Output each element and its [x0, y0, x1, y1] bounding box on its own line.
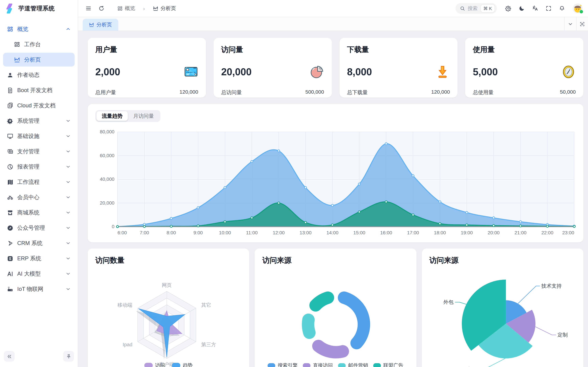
legend-item-访问[interactable]: 访问 — [144, 362, 165, 367]
notifications-bell-icon[interactable] — [556, 3, 568, 14]
sidebar-subitem-label: 分析页 — [24, 56, 71, 63]
legend-swatch — [338, 363, 346, 367]
collapse-sidebar-button[interactable] — [4, 351, 15, 362]
card-title: 访问数量 — [95, 255, 242, 265]
sidebar-item-13[interactable]: ERP 系统 — [3, 252, 75, 265]
sidebar-item-3[interactable]: Cloud 开发文档 — [3, 99, 75, 112]
stat-card-footer-value: 500,000 — [305, 89, 324, 96]
svg-text:7:00: 7:00 — [140, 230, 149, 235]
pin-sidebar-button[interactable] — [63, 351, 74, 362]
workflow-icon — [7, 179, 13, 185]
sidebar-item-label: IoT 物联网 — [17, 285, 61, 293]
sidebar-subitem-工作台[interactable]: 工作台 — [3, 38, 75, 51]
svg-text:外包: 外包 — [443, 299, 453, 305]
sidebar-item-14[interactable]: AI 大模型 — [3, 267, 75, 281]
chevron-down-icon — [66, 179, 71, 185]
legend-label: 联盟广告 — [383, 362, 403, 367]
traffic-trend-chart: 020,00040,00060,00080,0006:007:008:009:0… — [95, 126, 576, 237]
hamburger-menu-icon[interactable] — [83, 3, 94, 14]
svg-text:21:00: 21:00 — [515, 230, 527, 235]
tab-strip: 分析页 — [78, 17, 588, 31]
sidebar-item-label: 支付管理 — [17, 148, 61, 155]
legend-swatch — [373, 363, 381, 367]
legend-label: 搜索引擎 — [278, 362, 298, 367]
topbar-actions: 搜索 ⌘ K — [456, 3, 583, 14]
stat-card-value: 8,000 — [347, 66, 372, 78]
svg-text:8:00: 8:00 — [167, 230, 176, 235]
svg-text:第三方: 第三方 — [201, 342, 216, 347]
card-title: 访问来源 — [429, 255, 576, 265]
sidebar-item-5[interactable]: 基础设施 — [3, 129, 75, 143]
workbench-icon — [14, 41, 20, 48]
svg-text:其它: 其它 — [201, 302, 211, 308]
sidebar-item-6[interactable]: 支付管理 — [3, 145, 75, 158]
refresh-icon[interactable] — [96, 3, 107, 14]
sidebar-item-11[interactable]: 公众号管理 — [3, 221, 75, 235]
search-input[interactable]: 搜索 ⌘ K — [456, 3, 497, 14]
stat-card-value: 2,000 — [95, 66, 120, 78]
legend-item-趋势[interactable]: 趋势 — [172, 362, 193, 367]
stat-card-footer-label: 总用户量 — [95, 89, 116, 96]
sidebar-menu: 概览工作台分析页作者动态Boot 开发文档Cloud 开发文档系统管理基础设施支… — [0, 17, 78, 348]
pie-icon — [7, 163, 13, 170]
sidebar-item-label: AI 大模型 — [17, 270, 61, 277]
user-avatar[interactable] — [573, 3, 583, 13]
dark-mode-moon-icon[interactable] — [516, 3, 527, 14]
sidebar-item-12[interactable]: CRM 系统 — [3, 236, 75, 250]
sidebar-item-0[interactable]: 概览 — [3, 22, 75, 36]
sidebar-item-10[interactable]: 商城系统 — [3, 206, 75, 219]
svg-text:定制: 定制 — [557, 332, 568, 338]
card-title: 访问来源 — [262, 255, 409, 265]
sidebar-item-15[interactable]: IoT 物联网 — [3, 282, 75, 296]
sidebar-item-8[interactable]: 工作流程 — [3, 175, 75, 189]
legend-item-搜索引擎[interactable]: 搜索引擎 — [268, 362, 298, 367]
sidebar-item-label: 基础设施 — [17, 133, 61, 140]
documents-icon — [7, 102, 13, 109]
svg-text:20:00: 20:00 — [488, 230, 500, 235]
user-icon — [7, 72, 13, 78]
sidebar-item-9[interactable]: 会员中心 — [3, 191, 75, 204]
tab-analysis-page[interactable]: 分析页 — [83, 19, 118, 31]
traffic-trend-card: 流量趋势月访问量 020,00040,00060,00080,0006:007:… — [88, 104, 583, 242]
svg-text:Ipad: Ipad — [123, 342, 132, 347]
sidebar-item-7[interactable]: 报表管理 — [3, 160, 75, 174]
sidebar-item-label: CRM 系统 — [17, 240, 61, 247]
stat-card-1: 访问量20,000%总访问量500,000 — [214, 38, 332, 98]
legend-item-直接访问[interactable]: 直接访问 — [303, 362, 333, 367]
page-content: 用户量2,000总用户量120,000访问量20,000%总访问量500,000… — [78, 31, 588, 367]
sidebar-item-2[interactable]: Boot 开发文档 — [3, 83, 75, 97]
erp-icon — [7, 255, 13, 262]
sidebar-item-label: 概览 — [17, 25, 61, 33]
legend-item-联盟广告[interactable]: 联盟广告 — [373, 362, 403, 367]
chevron-down-icon — [66, 133, 71, 139]
wallet-icon — [7, 148, 13, 155]
svg-text:16:00: 16:00 — [380, 230, 392, 235]
sidebar-item-label: 会员中心 — [17, 194, 61, 201]
svg-text:12:00: 12:00 — [273, 230, 285, 235]
fullscreen-icon[interactable] — [543, 3, 554, 14]
logo-row[interactable]: 芋道管理系统 — [0, 0, 78, 17]
content-fullscreen-icon[interactable] — [576, 17, 588, 31]
trend-tab-0[interactable]: 流量趋势 — [96, 111, 128, 121]
app-logo-icon — [5, 3, 15, 14]
tab-strip-controls — [564, 17, 588, 31]
sidebar-item-4[interactable]: 系统管理 — [3, 114, 75, 128]
sidebar-item-label: Boot 开发文档 — [17, 87, 71, 94]
breadcrumb-item-analysis[interactable]: 分析页 — [147, 4, 181, 13]
breadcrumb-separator: › — [143, 6, 145, 11]
svg-text:0: 0 — [112, 224, 114, 229]
legend-swatch — [303, 363, 311, 367]
language-translate-icon[interactable] — [529, 3, 541, 14]
breadcrumb-item-overview[interactable]: 概览 — [112, 4, 140, 13]
sidebar-item-1[interactable]: 作者动态 — [3, 68, 75, 82]
settings-gear-icon[interactable] — [502, 3, 514, 14]
iot-icon — [7, 286, 13, 292]
trend-tab-1[interactable]: 月访问量 — [128, 111, 159, 121]
pie-percent-icon: % — [310, 65, 324, 79]
legend-label: 直接访问 — [313, 362, 333, 367]
tab-list-chevron-icon[interactable] — [564, 17, 576, 31]
legend-swatch — [172, 363, 181, 367]
sidebar-subitem-分析页[interactable]: 分析页 — [3, 53, 75, 67]
legend-item-邮件营销[interactable]: 邮件营销 — [338, 362, 368, 367]
legend-label: 邮件营销 — [348, 362, 368, 367]
